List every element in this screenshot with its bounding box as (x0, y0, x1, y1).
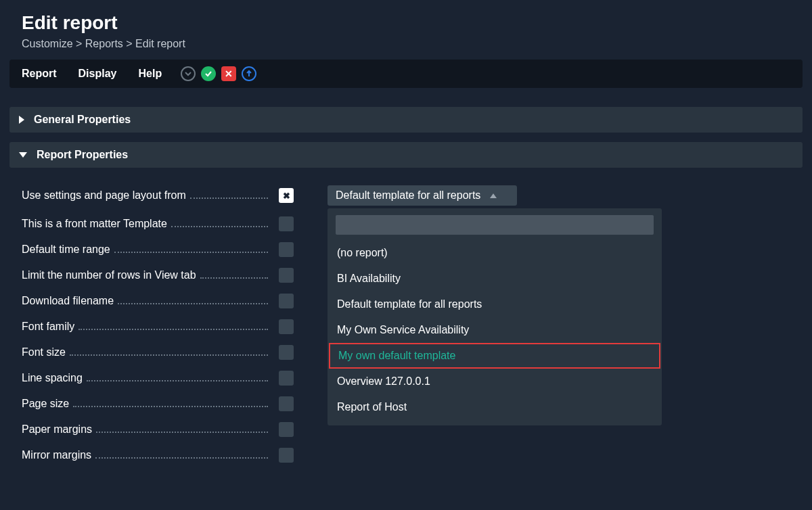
label-front-matter: This is a front matter Template (22, 218, 167, 230)
section-general-properties[interactable]: General Properties (9, 107, 803, 133)
clear-button[interactable]: ✖ (279, 188, 294, 203)
dropdown-option[interactable]: BI Availability (328, 266, 662, 292)
label-download-filename: Download filename (22, 295, 114, 307)
label-font-family: Font family (22, 321, 74, 333)
expand-icon (19, 116, 24, 124)
menu-report[interactable]: Report (22, 68, 57, 80)
checkbox-download-filename[interactable] (279, 294, 294, 308)
checkbox-page-size[interactable] (279, 396, 294, 411)
menu-help[interactable]: Help (138, 68, 162, 80)
checkbox-time-range[interactable] (279, 242, 294, 257)
dropdown-option[interactable]: (no report) (328, 240, 662, 266)
label-line-spacing: Line spacing (22, 372, 83, 384)
template-dropdown[interactable]: Default template for all reports (328, 185, 517, 206)
chevron-down-icon[interactable] (181, 66, 196, 81)
checkbox-paper-margins[interactable] (279, 422, 294, 437)
property-mirror-margins: Mirror margins (22, 442, 803, 468)
property-use-settings: Use settings and page layout from ✖ Defa… (22, 180, 803, 211)
breadcrumb-current: Edit report (135, 38, 185, 49)
dropdown-option[interactable]: Default template for all reports (328, 292, 662, 317)
label-mirror-margins: Mirror margins (22, 449, 91, 461)
checkbox-limit-rows[interactable] (279, 268, 294, 283)
dropdown-option[interactable]: My Own Service Availability (328, 317, 662, 343)
close-icon[interactable]: ✕ (221, 66, 236, 81)
checkbox-mirror-margins[interactable] (279, 448, 294, 463)
label-use-settings: Use settings and page layout from (22, 189, 186, 202)
section-report-properties[interactable]: Report Properties (9, 142, 803, 168)
breadcrumb-reports[interactable]: Reports (85, 38, 123, 49)
section-title-general: General Properties (34, 114, 131, 126)
checkbox-front-matter[interactable] (279, 216, 294, 231)
label-time-range: Default time range (22, 244, 110, 256)
menu-display[interactable]: Display (78, 68, 117, 80)
label-page-size: Page size (22, 398, 69, 410)
checkbox-font-family[interactable] (279, 319, 294, 334)
checkbox-line-spacing[interactable] (279, 371, 294, 386)
check-icon[interactable] (201, 66, 216, 81)
dropdown-selected-label: Default template for all reports (336, 189, 480, 202)
dropdown-option[interactable]: Overview 127.0.0.1 (328, 369, 662, 394)
checkbox-font-size[interactable] (279, 345, 294, 360)
dropdown-option-highlighted[interactable]: My own default template (329, 343, 660, 369)
section-title-report: Report Properties (37, 149, 128, 161)
dropdown-panel: (no report) BI Availability Default temp… (328, 208, 662, 425)
label-font-size: Font size (22, 346, 66, 358)
caret-up-icon (490, 193, 497, 198)
breadcrumb-customize[interactable]: Customize (22, 38, 73, 49)
label-limit-rows: Limit the number of rows in View tab (22, 269, 196, 281)
property-list: Use settings and page layout from ✖ Defa… (9, 177, 803, 468)
label-paper-margins: Paper margins (22, 423, 92, 436)
dropdown-option[interactable]: Report of Host (328, 394, 662, 420)
up-arrow-icon[interactable] (242, 66, 256, 81)
toolbar: Report Display Help ✕ (9, 60, 803, 88)
collapse-icon (19, 152, 27, 158)
breadcrumb: Customize > Reports > Edit report (9, 38, 803, 50)
page-title: Edit report (9, 12, 803, 34)
dropdown-search-input[interactable] (336, 215, 654, 235)
